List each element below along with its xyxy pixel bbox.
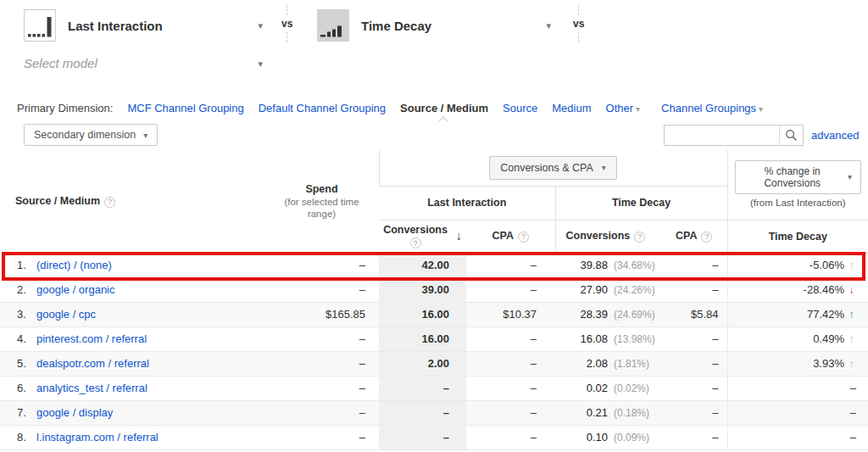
- change-value: -28.46%: [804, 283, 844, 296]
- source-medium-cell: 6.analytics_test / referral: [0, 376, 263, 400]
- dimension-medium[interactable]: Medium: [552, 102, 591, 114]
- row-rank: 6.: [17, 382, 36, 394]
- table-search: [664, 125, 804, 146]
- change-value: –: [850, 431, 856, 444]
- help-icon[interactable]: ?: [104, 197, 115, 208]
- dimension-channel-groupings-dropdown[interactable]: Channel Groupings▾: [661, 102, 763, 114]
- time-decay-icon: [317, 9, 349, 42]
- li-cpa-cell: –: [466, 351, 555, 376]
- source-medium-link[interactable]: dealspotr.com / referral: [36, 357, 149, 370]
- spend-cell: –: [263, 425, 379, 449]
- source-medium-link[interactable]: (direct) / (none): [36, 259, 112, 271]
- search-icon: [785, 129, 798, 142]
- row-rank: 4.: [17, 332, 36, 345]
- help-icon[interactable]: ?: [518, 232, 529, 243]
- chevron-down-icon: ▾: [848, 172, 852, 181]
- li-conversions-cell: –: [379, 400, 466, 425]
- source-medium-link[interactable]: analytics_test / referral: [36, 382, 147, 394]
- td-conversions-value: 2.08: [565, 357, 608, 370]
- chevron-down-icon: ▾: [258, 59, 263, 70]
- trend-icon: ↑: [847, 333, 856, 345]
- model-2-label: Time Decay: [361, 19, 431, 33]
- td-cpa-cell: –: [661, 400, 727, 425]
- trend-icon: ↑: [847, 358, 856, 370]
- vs-label: vs: [573, 18, 584, 30]
- table-row: 5.dealspotr.com / referral – 2.00 – 2.08…: [0, 351, 868, 376]
- dimension-other-dropdown[interactable]: Other▾: [606, 102, 641, 114]
- change-column-header[interactable]: Time Decay: [727, 220, 868, 253]
- li-cpa-column-header[interactable]: CPA?: [466, 220, 555, 253]
- dashed-divider: [578, 32, 579, 42]
- source-medium-cell: 3.google / cpc: [0, 302, 263, 326]
- source-medium-link[interactable]: google / organic: [36, 283, 115, 296]
- td-cpa-column-header[interactable]: CPA?: [661, 220, 727, 253]
- dimension-default-channel-grouping[interactable]: Default Channel Grouping: [259, 102, 386, 114]
- source-medium-link[interactable]: l.instagram.com / referral: [36, 431, 159, 444]
- metric-selector-dropdown[interactable]: Conversions & CPA ▾: [489, 156, 617, 180]
- metric-selector-cell: Conversions & CPA ▾: [379, 150, 727, 186]
- dashed-divider: [287, 5, 287, 15]
- help-icon[interactable]: ?: [701, 232, 712, 243]
- table-row: 1.(direct) / (none) – 42.00 – 39.88(34.6…: [0, 253, 868, 277]
- source-medium-link[interactable]: google / display: [36, 406, 113, 419]
- td-conversions-column-header[interactable]: Conversions?: [555, 220, 661, 253]
- dimension-mcf-channel-grouping[interactable]: MCF Channel Grouping: [127, 102, 243, 114]
- table-row: 3.google / cpc $165.85 16.00 $10.37 28.3…: [0, 302, 868, 326]
- td-conversions-share: (13.98%): [614, 333, 655, 345]
- chevron-down-icon: ▾: [546, 20, 551, 31]
- table-row: 6.analytics_test / referral – – – 0.02(0…: [0, 376, 868, 400]
- source-medium-link[interactable]: google / cpc: [36, 308, 96, 321]
- secondary-dimension-button[interactable]: Secondary dimension ▾: [24, 124, 158, 146]
- change-cell: 3.93%↑: [727, 351, 868, 376]
- vs-label: vs: [281, 18, 292, 30]
- source-medium-header-label: Source / Medium: [15, 195, 100, 207]
- model-slot-1[interactable]: Last Interaction ▾: [24, 8, 263, 42]
- row-rank: 2.: [17, 283, 36, 296]
- td-conversions-share: (0.09%): [614, 432, 649, 444]
- source-medium-cell: 4.pinterest.com / referral: [0, 326, 263, 351]
- dashed-divider: [287, 32, 287, 42]
- td-conversions-cell: 0.21(0.18%): [555, 400, 661, 425]
- dimension-source-medium[interactable]: Source / Medium: [400, 102, 488, 114]
- li-conversions-column-header[interactable]: Conversions ? ↓: [379, 220, 466, 253]
- li-conversions-cell: 2.00: [379, 351, 466, 376]
- chevron-down-icon: ▾: [636, 104, 640, 114]
- row-rank: 8.: [17, 431, 36, 444]
- spend-cell: –: [263, 326, 379, 351]
- dimension-source[interactable]: Source: [503, 102, 537, 114]
- td-conversions-value: 0.21: [565, 406, 608, 419]
- table-body: 1.(direct) / (none) – 42.00 – 39.88(34.6…: [0, 253, 868, 449]
- td-conversions-value: 27.90: [565, 283, 608, 296]
- li-cpa-cell: –: [466, 326, 555, 351]
- td-cpa-cell: –: [661, 425, 727, 449]
- change-metric-dropdown[interactable]: % change in Conversions ▾: [735, 160, 862, 194]
- change-cell: -5.06%↑: [727, 253, 868, 277]
- chevron-down-icon: ▾: [258, 20, 263, 31]
- li-cpa-cell: –: [466, 277, 555, 302]
- source-medium-link[interactable]: pinterest.com / referral: [36, 332, 147, 345]
- model-slot-3-select[interactable]: Select model ▾: [24, 56, 263, 71]
- source-medium-column-header[interactable]: Source / Medium?: [0, 150, 263, 253]
- td-cpa-cell: –: [661, 351, 727, 376]
- dimension-source-medium-label: Source / Medium: [400, 102, 488, 114]
- td-conversions-share: (24.26%): [614, 284, 655, 296]
- search-button[interactable]: [779, 126, 803, 145]
- li-cpa-header-label: CPA: [492, 230, 514, 242]
- advanced-search-link[interactable]: advanced: [811, 129, 859, 142]
- spend-column-header[interactable]: Spend (for selected time range): [263, 150, 379, 253]
- td-conversions-value: 28.39: [565, 308, 608, 321]
- change-cell: –: [727, 425, 868, 449]
- td-conversions-cell: 0.10(0.09%): [555, 425, 661, 449]
- model-slot-2[interactable]: Time Decay ▾: [317, 8, 551, 42]
- search-input[interactable]: [665, 126, 779, 145]
- li-conversions-cell: –: [379, 425, 466, 449]
- li-conversions-cell: –: [379, 376, 466, 400]
- source-medium-cell: 1.(direct) / (none): [0, 253, 263, 277]
- spend-header-label: Spend: [272, 183, 372, 195]
- li-conversions-header-label: Conversions: [383, 224, 448, 236]
- last-interaction-group-header: Last Interaction: [379, 186, 555, 220]
- help-icon[interactable]: ?: [634, 232, 645, 243]
- td-conversions-share: (34.68%): [614, 259, 655, 271]
- help-icon[interactable]: ?: [410, 237, 421, 248]
- td-conversions-share: (0.02%): [614, 382, 649, 394]
